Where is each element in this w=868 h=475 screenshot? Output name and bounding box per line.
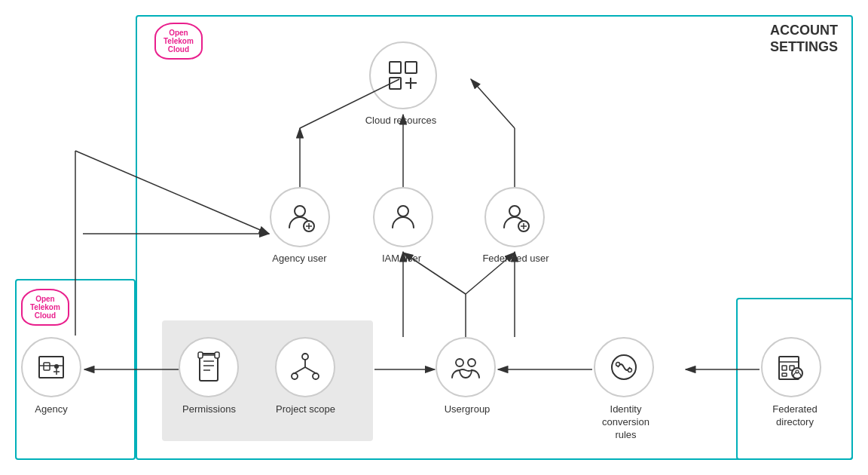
svg-point-37 — [628, 369, 632, 372]
otc-cloud-top-logo: OpenTelekomCloud — [154, 23, 203, 60]
iam-user-icon — [373, 187, 433, 247]
svg-point-9 — [398, 206, 408, 216]
iam-user-label: IAM user — [371, 253, 432, 265]
identity-conversion-label: Identityconversionrules — [582, 403, 669, 442]
svg-line-31 — [295, 367, 305, 373]
project-scope-label: Project scope — [262, 403, 349, 416]
federated-user-label: Federated user — [476, 253, 555, 265]
svg-rect-40 — [782, 366, 787, 370]
svg-rect-24 — [198, 352, 203, 358]
svg-point-10 — [509, 206, 520, 216]
svg-point-27 — [302, 354, 308, 360]
svg-point-17 — [54, 364, 59, 369]
agency-user-icon — [270, 187, 330, 247]
identity-conversion-icon — [594, 337, 654, 397]
otc-cloud-top: OpenTelekomCloud — [154, 23, 203, 60]
cloud-resources-icon — [369, 41, 437, 109]
federated-user-icon — [484, 187, 545, 247]
cloud-resources-label: Cloud resources — [356, 115, 446, 127]
agency-icon — [21, 337, 81, 397]
account-settings-label: ACCOUNTSETTINGS — [770, 23, 838, 55]
svg-point-34 — [468, 359, 475, 366]
svg-point-33 — [456, 359, 463, 366]
svg-rect-42 — [782, 373, 787, 376]
svg-rect-2 — [390, 78, 401, 89]
svg-point-29 — [313, 373, 319, 379]
svg-line-32 — [305, 367, 316, 373]
agency-user-label: Agency user — [264, 253, 335, 265]
federated-dir-label: Federateddirectory — [753, 403, 836, 429]
svg-rect-25 — [215, 352, 219, 358]
svg-rect-14 — [39, 357, 63, 378]
agency-label: Agency — [21, 403, 81, 416]
otc-cloud-left-logo: OpenTelekomCloud — [21, 289, 69, 326]
svg-rect-1 — [405, 62, 417, 73]
project-scope-icon — [275, 337, 335, 397]
svg-rect-15 — [44, 363, 50, 370]
diagram-container: ACCOUNTSETTINGS OpenTelekomCloud OpenTel… — [0, 0, 868, 475]
usergroup-label: Usergroup — [429, 403, 505, 416]
svg-point-5 — [295, 206, 305, 216]
permissions-icon — [179, 337, 239, 397]
svg-point-36 — [616, 363, 620, 366]
svg-rect-0 — [390, 62, 401, 73]
usergroup-icon — [436, 337, 496, 397]
permissions-label: Permissions — [170, 403, 249, 416]
federated-dir-icon — [761, 337, 821, 397]
otc-cloud-left: OpenTelekomCloud — [21, 289, 69, 326]
svg-point-28 — [292, 373, 298, 379]
